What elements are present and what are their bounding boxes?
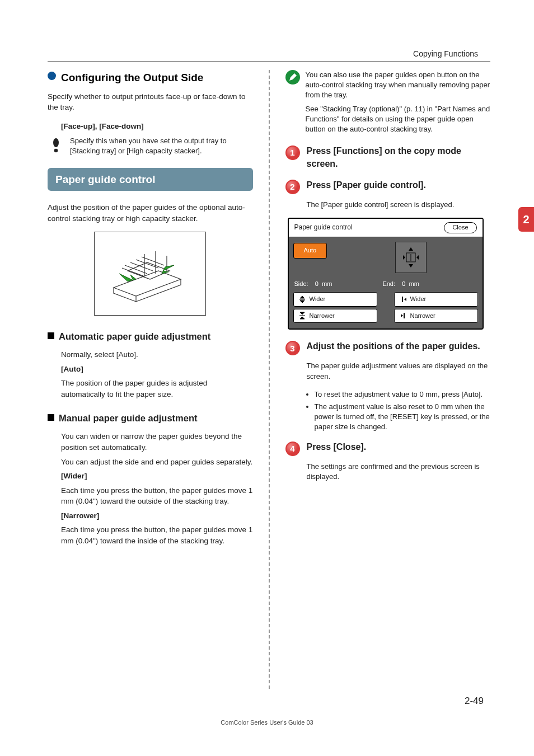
manual-p1: You can widen or narrow the paper guides… xyxy=(61,431,253,453)
section-title: Configuring the Output Side xyxy=(61,70,203,86)
svg-rect-5 xyxy=(404,313,405,318)
square-icon xyxy=(48,414,54,421)
exclamation-icon xyxy=(48,136,64,153)
svg-point-1 xyxy=(54,149,58,153)
right-column: You can also use the paper guides open b… xyxy=(285,70,491,689)
step-3-body: The paper guide adjustment values are di… xyxy=(307,361,491,381)
screen-title: Paper guide control xyxy=(294,223,353,232)
paper-guide-screen: Paper guide control Close Auto xyxy=(288,218,484,330)
auto-label: [Auto] xyxy=(61,364,253,375)
auto-title: Automatic paper guide adjustment xyxy=(59,330,210,344)
step-1-title: Press [Functions] on the copy mode scree… xyxy=(307,144,491,170)
header-rule xyxy=(48,62,490,62)
column-divider xyxy=(269,70,270,689)
footer-text: ComColor Series User's Guide 03 xyxy=(0,719,534,726)
auto-button[interactable]: Auto xyxy=(293,243,327,259)
tip-note: You can also use the paper guides open b… xyxy=(285,70,491,134)
step-4-body: The settings are confirmed and the previ… xyxy=(307,462,491,482)
auto-p2: The position of the paper guides is adju… xyxy=(61,378,253,400)
close-button[interactable]: Close xyxy=(444,222,476,233)
svg-rect-4 xyxy=(402,297,403,302)
bullet-1: To reset the adjustment value to 0 mm, p… xyxy=(315,389,491,400)
subsection-intro: Adjust the position of the paper guides … xyxy=(48,202,253,224)
bullet-2: The adjustment value is also reset to 0 … xyxy=(315,402,491,433)
svg-point-0 xyxy=(53,138,59,147)
option-labels: [Face-up], [Face-down] xyxy=(61,121,253,132)
step-2-body: The [Paper guide control] screen is disp… xyxy=(307,200,491,210)
step-3-bullets: To reset the adjustment value to 0 mm, p… xyxy=(315,389,491,433)
step-2-title: Press [Paper guide control]. xyxy=(307,179,426,191)
manual-title: Manual paper guide adjustment xyxy=(59,412,198,425)
stacker-diagram xyxy=(48,232,253,316)
important-note: Specify this when you have set the outpu… xyxy=(48,136,253,156)
step-4-title: Press [Close]. xyxy=(307,440,367,453)
step-1: 1 Press [Functions] on the copy mode scr… xyxy=(285,144,491,170)
step-2: 2 Press [Paper guide control]. xyxy=(285,179,491,194)
subsection-banner: Paper guide control xyxy=(48,168,253,191)
pencil-icon xyxy=(285,70,300,84)
step-4: 4 Press [Close]. xyxy=(285,440,491,456)
end-readout: End: 0 mm xyxy=(382,280,419,289)
manual-body: You can widen or narrow the paper guides… xyxy=(61,431,253,546)
step-number-4: 4 xyxy=(285,442,300,456)
side-readout: Side: 0 mm xyxy=(294,280,332,289)
guide-diagram-icon xyxy=(395,242,427,273)
tip-text-1: You can also use the paper guides open b… xyxy=(306,70,491,101)
manual-p2: You can adjust the side and end paper gu… xyxy=(61,457,253,468)
section-heading: Configuring the Output Side xyxy=(48,70,253,86)
chapter-tab: 2 xyxy=(518,207,534,232)
wider-label: [Wider] xyxy=(61,471,253,482)
step-number-3: 3 xyxy=(285,341,300,355)
side-wider-button[interactable]: Wider xyxy=(293,292,377,307)
step-3-title: Adjust the positions of the paper guides… xyxy=(307,340,480,353)
step-3: 3 Adjust the positions of the paper guid… xyxy=(285,340,491,355)
square-icon xyxy=(48,332,54,339)
manual-adjust-heading: Manual paper guide adjustment xyxy=(48,412,253,425)
end-wider-button[interactable]: Wider xyxy=(394,292,478,307)
step-number-2: 2 xyxy=(285,180,300,194)
wider-text: Each time you press the button, the pape… xyxy=(61,485,253,507)
intro-text: Specify whether to output printouts face… xyxy=(48,91,253,113)
header-breadcrumb: Copying Functions xyxy=(413,49,478,58)
bullet-icon xyxy=(48,72,56,80)
tip-text-2: See "Stacking Tray (optional)" (p. 11) i… xyxy=(306,104,491,135)
left-column: Configuring the Output Side Specify whet… xyxy=(48,70,253,689)
end-narrower-button[interactable]: Narrower xyxy=(394,309,478,323)
auto-body: Normally, select [Auto]. [Auto] The posi… xyxy=(61,349,253,400)
note-text: Specify this when you have set the outpu… xyxy=(70,136,253,156)
narrower-label: [Narrower] xyxy=(61,510,253,522)
side-narrower-button[interactable]: Narrower xyxy=(293,309,377,323)
auto-adjust-heading: Automatic paper guide adjustment xyxy=(48,330,253,344)
auto-p1: Normally, select [Auto]. xyxy=(61,349,253,360)
narrower-text: Each time you press the button, the pape… xyxy=(61,524,253,546)
page-number: 2-49 xyxy=(465,696,484,707)
step-number-1: 1 xyxy=(285,145,300,160)
